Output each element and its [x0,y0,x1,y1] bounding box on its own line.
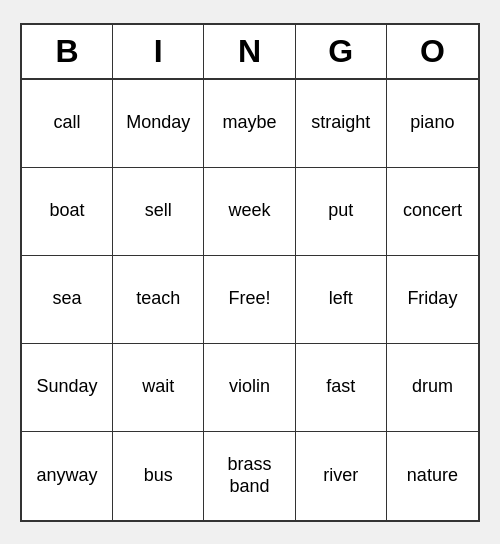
bingo-cell-text-r3-c2: violin [229,376,270,398]
bingo-cell-r1-c0[interactable]: boat [22,168,113,256]
bingo-cell-r0-c4[interactable]: piano [387,80,478,168]
bingo-cell-r0-c1[interactable]: Monday [113,80,204,168]
bingo-grid: callMondaymaybestraightpianoboatsellweek… [22,80,478,520]
bingo-cell-text-r4-c2: brassband [227,454,271,497]
bingo-cell-r3-c4[interactable]: drum [387,344,478,432]
bingo-cell-text-r1-c0: boat [50,200,85,222]
bingo-cell-text-r0-c0: call [54,112,81,134]
bingo-cell-r4-c2[interactable]: brassband [204,432,295,520]
bingo-cell-r3-c1[interactable]: wait [113,344,204,432]
bingo-cell-text-r1-c1: sell [145,200,172,222]
bingo-cell-text-r1-c4: concert [403,200,462,222]
header-letter-b: B [22,25,113,78]
bingo-cell-r1-c1[interactable]: sell [113,168,204,256]
bingo-cell-r3-c2[interactable]: violin [204,344,295,432]
bingo-cell-text-r0-c3: straight [311,112,370,134]
header-letter-i: I [113,25,204,78]
bingo-cell-text-r0-c1: Monday [126,112,190,134]
header-letter-o: O [387,25,478,78]
bingo-cell-r4-c3[interactable]: river [296,432,387,520]
bingo-cell-r1-c3[interactable]: put [296,168,387,256]
bingo-cell-r3-c3[interactable]: fast [296,344,387,432]
bingo-cell-r4-c0[interactable]: anyway [22,432,113,520]
bingo-header: BINGO [22,25,478,80]
bingo-cell-r1-c2[interactable]: week [204,168,295,256]
bingo-cell-text-r4-c4: nature [407,465,458,487]
bingo-cell-text-r3-c3: fast [326,376,355,398]
bingo-cell-text-r2-c2: Free! [228,288,270,310]
header-letter-n: N [204,25,295,78]
bingo-cell-text-r0-c4: piano [410,112,454,134]
bingo-cell-text-r4-c0: anyway [37,465,98,487]
bingo-cell-r2-c0[interactable]: sea [22,256,113,344]
bingo-cell-text-r3-c1: wait [142,376,174,398]
bingo-cell-r0-c3[interactable]: straight [296,80,387,168]
header-letter-g: G [296,25,387,78]
bingo-cell-text-r4-c1: bus [144,465,173,487]
bingo-cell-text-r1-c2: week [228,200,270,222]
bingo-cell-r0-c0[interactable]: call [22,80,113,168]
bingo-cell-text-r1-c3: put [328,200,353,222]
bingo-cell-text-r0-c2: maybe [222,112,276,134]
bingo-cell-text-r2-c0: sea [53,288,82,310]
bingo-cell-text-r3-c4: drum [412,376,453,398]
bingo-cell-text-r3-c0: Sunday [37,376,98,398]
bingo-cell-r3-c0[interactable]: Sunday [22,344,113,432]
bingo-card: BINGO callMondaymaybestraightpianoboatse… [20,23,480,522]
bingo-cell-r4-c4[interactable]: nature [387,432,478,520]
bingo-cell-text-r2-c3: left [329,288,353,310]
bingo-cell-r2-c3[interactable]: left [296,256,387,344]
bingo-cell-r0-c2[interactable]: maybe [204,80,295,168]
bingo-cell-text-r2-c4: Friday [407,288,457,310]
bingo-cell-r2-c4[interactable]: Friday [387,256,478,344]
bingo-cell-r2-c2[interactable]: Free! [204,256,295,344]
bingo-cell-r4-c1[interactable]: bus [113,432,204,520]
bingo-cell-r2-c1[interactable]: teach [113,256,204,344]
bingo-cell-text-r2-c1: teach [136,288,180,310]
bingo-cell-text-r4-c3: river [323,465,358,487]
bingo-cell-r1-c4[interactable]: concert [387,168,478,256]
